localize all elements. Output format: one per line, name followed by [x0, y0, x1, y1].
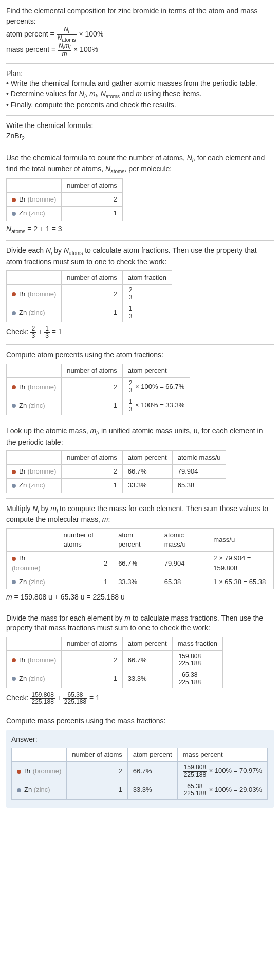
mc-brmu: 2 × 79.904 = 159.808 [208, 552, 274, 575]
af-znf: 13 [122, 303, 172, 322]
fs-znfd: 225.188 [183, 790, 207, 797]
mf-m: m [124, 614, 130, 622]
mf-brl: Br [19, 656, 26, 664]
ms-m: m [6, 593, 12, 601]
empty-header [7, 451, 62, 465]
pb2-mi: m [89, 89, 96, 98]
pb2-na: N [101, 89, 106, 98]
af-brc: 2 [62, 285, 123, 303]
mc-ib: by [39, 504, 51, 513]
zn-cell: Zn (zinc) [7, 669, 62, 688]
ml-h3: atomic mass/u [172, 451, 226, 465]
mass-percent-label: mass percent = [6, 45, 58, 53]
empty-header [12, 748, 67, 762]
atomfrac-section: Divide each Ni by Natoms to calculate at… [6, 246, 274, 339]
divider [6, 115, 274, 116]
count-table: number of atoms Br (bromine) 2 Zn (zinc)… [6, 178, 123, 221]
zn-cell: Zn (zinc) [7, 303, 62, 322]
mf-znf: 65.38225.188 [172, 669, 222, 688]
atom-percent-formula: atom percent = Ni Natoms × 100% [6, 30, 103, 38]
mass-calc-table: number of atomsatom percentatomic mass/u… [6, 528, 274, 589]
fs-brp: (bromine) [33, 767, 62, 775]
mc-brpct: 66.7% [113, 552, 159, 575]
fs-brfd: 225.188 [183, 772, 207, 778]
ml-znc: 1 [62, 479, 123, 493]
af-ck1d: 3 [30, 333, 36, 339]
ap-h2: atom percent [122, 364, 190, 377]
ap-brs: × 100% = 66.7% [133, 383, 184, 390]
ml-ia: Look up the atomic mass, [6, 427, 90, 435]
pb2-m: m [136, 89, 142, 98]
ml-h2: atom percent [122, 451, 172, 465]
ns-n: N [6, 225, 11, 233]
empty-header [7, 637, 62, 650]
divider [6, 240, 274, 241]
bromine-dot-icon [17, 770, 21, 774]
formula-title: Write the chemical formula: [6, 121, 93, 130]
atom-percent-label: atom percent = [6, 30, 57, 38]
mf-ck2n: 65.38 [63, 692, 87, 699]
plan-b3: • Finally, compute the percents and chec… [6, 101, 176, 109]
af-h1: number of atoms [62, 270, 123, 284]
mf-check: Check: 159.808225.188 + 65.38225.188 = 1 [6, 692, 274, 705]
ml-znm: 65.38 [172, 479, 226, 493]
ap-znc: 1 [62, 396, 123, 415]
massfrac-section: Divide the mass for each element by m to… [6, 613, 274, 706]
zn-label: Zn [19, 209, 27, 217]
bromine-dot-icon [12, 557, 16, 561]
mf-ck1d: 225.188 [30, 699, 54, 705]
mf-znp: (zinc) [29, 675, 45, 682]
ap-br1: 2 [128, 380, 134, 387]
pb2-end: using these items. [142, 89, 202, 98]
mf-ck2d: 225.188 [63, 699, 87, 705]
zn-count: 1 [62, 207, 123, 221]
mc-id: : [108, 515, 110, 523]
mf-znfn: 65.38 [178, 672, 202, 679]
ml-znp: (zinc) [29, 481, 45, 489]
intro-text: Find the elemental composition for zinc … [6, 6, 274, 58]
fs-znc: 1 [67, 781, 128, 799]
empty-header [7, 529, 58, 552]
plan-title: Plan: [6, 69, 23, 78]
ap-znl: Zn [19, 402, 27, 409]
ml-brp: (bromine) [28, 467, 57, 475]
ml-znl: Zn [19, 481, 27, 489]
m-sum: m = 159.808 u + 65.38 u = 225.188 u [6, 592, 274, 603]
mc-brm: 79.904 [159, 552, 208, 575]
formula-base: ZnBr [6, 132, 22, 140]
massfrac-table: number of atomsatom percentmass fraction… [6, 637, 223, 688]
answer-label: Answer: [11, 735, 269, 745]
mc-znpct: 33.3% [113, 575, 159, 589]
mf-h3: mass fraction [172, 637, 222, 650]
br-count: 2 [62, 193, 123, 207]
br-cell: Br (bromine) [7, 552, 58, 575]
br-cell: Br (bromine) [12, 762, 67, 781]
ap-znp: (zinc) [29, 402, 45, 409]
mc-ni: N [32, 504, 38, 513]
final-section: Compute mass percents using the mass fra… [6, 716, 274, 808]
ap-br2: 3 [128, 387, 134, 394]
af-ckres: = 1 [52, 328, 62, 336]
fs-brs: × 100% = 70.97% [207, 767, 262, 775]
fs-znl: Zn [24, 786, 32, 793]
af-ck2d: 3 [44, 333, 50, 339]
formula-section: Write the chemical formula: ZnBr2 [6, 121, 274, 142]
mf-intro: Divide the mass for each element by m to… [6, 614, 263, 632]
answer-box: Answer: number of atomsatom percentmass … [6, 730, 274, 808]
fs-znfn: 65.38 [183, 783, 207, 790]
chemical-formula: ZnBr2 [6, 132, 25, 140]
ml-brpct: 66.7% [122, 465, 172, 479]
fs-h2: atom percent [127, 748, 177, 762]
zinc-dot-icon [12, 677, 16, 681]
pb2-mis: i [96, 94, 97, 99]
plan-section: Plan: • Write the chemical formula and g… [6, 69, 274, 111]
zinc-dot-icon [12, 311, 16, 315]
count-intro: Use the chemical formula to count the nu… [6, 154, 265, 173]
empty-header [7, 270, 62, 284]
fs-h1: number of atoms [67, 748, 128, 762]
ap-zns: × 100% = 33.3% [133, 401, 184, 409]
br-cell: Br (bromine) [7, 377, 62, 396]
zinc-dot-icon [17, 788, 21, 792]
af-intro: Divide each Ni by Natoms to calculate at… [6, 246, 257, 266]
answer-table: number of atomsatom percentmass percent … [11, 748, 268, 800]
